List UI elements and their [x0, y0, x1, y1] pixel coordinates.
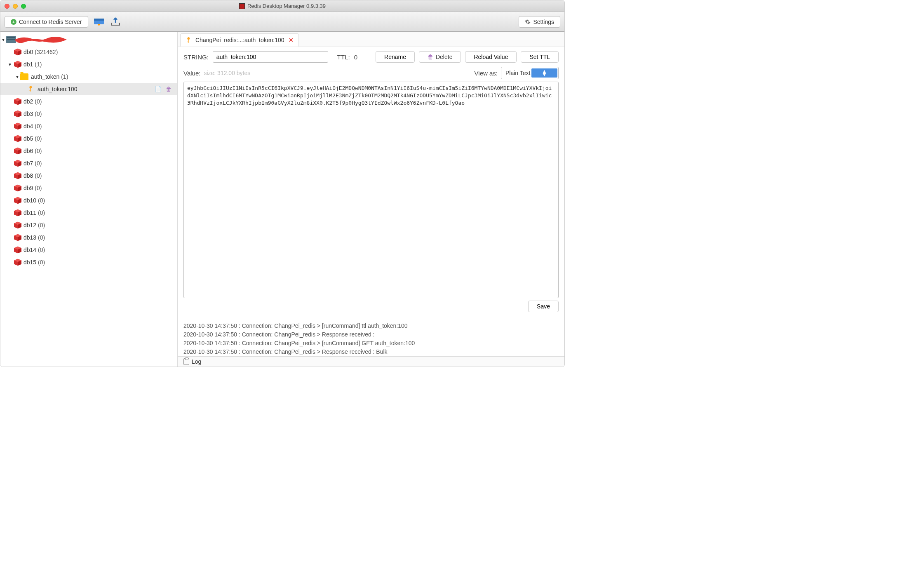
- db-node[interactable]: db12 (0): [0, 219, 177, 231]
- db-node[interactable]: db11 (0): [0, 207, 177, 219]
- db-node[interactable]: ▼ db1 (1): [0, 58, 177, 71]
- folder-count: (1): [61, 73, 68, 80]
- expand-arrow-icon: ▼: [1, 38, 6, 42]
- toolbar: + Connect to Redis Server Settings: [0, 12, 564, 32]
- db-node[interactable]: db10 (0): [0, 194, 177, 207]
- database-icon: [13, 122, 23, 130]
- tab-close-icon[interactable]: ✕: [289, 37, 294, 43]
- db-count: (0): [38, 259, 45, 266]
- database-icon: [13, 110, 23, 118]
- log-tab-label: Log: [192, 358, 201, 365]
- db-name: db2: [23, 98, 33, 105]
- rename-button[interactable]: Rename: [376, 51, 415, 63]
- connect-label: Connect to Redis Server: [19, 19, 82, 25]
- tree: ▼ db0 (321462)▼ db1 (1)▼ auth_token (1) …: [0, 32, 177, 268]
- key-name: auth_token:100: [38, 86, 78, 92]
- delete-key-icon[interactable]: 🗑: [166, 86, 172, 92]
- minimize-window-button[interactable]: [13, 4, 18, 9]
- maximize-window-button[interactable]: [21, 4, 26, 9]
- gear-icon: [525, 19, 531, 25]
- save-row: Save: [183, 298, 559, 315]
- db-node[interactable]: db7 (0): [0, 157, 177, 169]
- db-node[interactable]: db14 (0): [0, 244, 177, 256]
- log-line: 2020-10-30 14:37:50 : Connection: ChangP…: [183, 330, 559, 339]
- app-window: Redis Desktop Manager 0.9.3.39 + Connect…: [0, 0, 565, 367]
- database-icon: [13, 172, 23, 180]
- log-line: 2020-10-30 14:37:50 : Connection: ChangP…: [183, 322, 559, 330]
- sidebar: ▼ db0 (321462)▼ db1 (1)▼ auth_token (1) …: [0, 32, 178, 367]
- db-node[interactable]: db5 (0): [0, 132, 177, 145]
- delete-button[interactable]: 🗑 Delete: [419, 51, 461, 63]
- server-icon: [6, 36, 16, 43]
- database-icon: [13, 196, 23, 205]
- db-node[interactable]: db8 (0): [0, 169, 177, 182]
- titlebar: Redis Desktop Manager 0.9.3.39: [0, 0, 564, 12]
- database-icon: [13, 209, 23, 217]
- db-count: (0): [38, 222, 45, 228]
- db-count: (0): [38, 197, 45, 204]
- db-count: (0): [35, 172, 42, 179]
- log-tab[interactable]: Log: [178, 356, 564, 367]
- view-as-group: View as: Plain Text ▲▼: [475, 67, 559, 79]
- db-count: (0): [38, 247, 45, 253]
- db-count: (0): [35, 148, 42, 154]
- db-name: db4: [23, 123, 33, 129]
- db-name: db10: [23, 197, 36, 204]
- key-node[interactable]: auth_token:100 📄 🗑: [0, 83, 177, 95]
- view-as-select[interactable]: Plain Text ▲▼: [501, 67, 559, 79]
- database-icon: [13, 159, 23, 167]
- row-actions: 📄 🗑: [155, 86, 177, 92]
- db-node[interactable]: db15 (0): [0, 256, 177, 268]
- db-name: db5: [23, 135, 33, 142]
- db-node[interactable]: db9 (0): [0, 182, 177, 194]
- server-node[interactable]: ▼: [0, 33, 177, 46]
- db-node[interactable]: db4 (0): [0, 120, 177, 132]
- key-tab[interactable]: ChangPei_redis:...:auth_token:100 ✕: [180, 33, 299, 47]
- svg-rect-1: [94, 19, 104, 21]
- folder-node[interactable]: ▼ auth_token (1): [0, 71, 177, 83]
- tab-bar: ChangPei_redis:...:auth_token:100 ✕: [178, 32, 564, 47]
- database-icon: [13, 60, 23, 68]
- db-name: db8: [23, 172, 33, 179]
- db-count: (0): [35, 123, 42, 129]
- reload-value-button[interactable]: Reload Value: [465, 51, 517, 63]
- key-icon: [28, 85, 35, 94]
- set-ttl-button[interactable]: Set TTL: [521, 51, 559, 63]
- import-icon[interactable]: [93, 16, 105, 28]
- db-count: (0): [35, 111, 42, 117]
- tab-title: ChangPei_redis:...:auth_token:100: [195, 37, 284, 43]
- save-button[interactable]: Save: [528, 301, 559, 312]
- settings-label: Settings: [533, 19, 554, 25]
- database-icon: [13, 221, 23, 229]
- settings-button[interactable]: Settings: [519, 16, 560, 28]
- clipboard-icon: [183, 358, 189, 365]
- db-node[interactable]: db2 (0): [0, 95, 177, 108]
- expand-arrow-icon: ▼: [15, 75, 20, 79]
- value-textarea[interactable]: eyJhbGciOiJIUzI1NiIsInR5cCI6IkpXVCJ9.eyJ…: [183, 82, 559, 298]
- db-name: db13: [23, 234, 36, 241]
- close-window-button[interactable]: [5, 4, 9, 9]
- copy-icon[interactable]: 📄: [155, 86, 162, 92]
- log-line: 2020-10-30 14:37:50 : Connection: ChangP…: [183, 339, 559, 348]
- db-node[interactable]: db6 (0): [0, 145, 177, 157]
- database-icon: [13, 184, 23, 192]
- db-node[interactable]: db3 (0): [0, 108, 177, 120]
- folder-name: auth_token: [31, 73, 59, 80]
- value-meta-row: Value: size: 312.00 bytes View as: Plain…: [183, 67, 559, 79]
- db-count: (0): [35, 135, 42, 142]
- key-content: STRING: TTL: 0 Rename 🗑 Delete Reload Va…: [178, 47, 564, 319]
- ttl-value: 0: [354, 54, 357, 61]
- connect-button[interactable]: + Connect to Redis Server: [5, 16, 88, 28]
- view-as-label: View as:: [475, 70, 498, 77]
- trash-icon: 🗑: [428, 54, 433, 60]
- database-icon: [13, 134, 23, 143]
- server-name-redacted: [18, 36, 65, 43]
- db-node[interactable]: db0 (321462): [0, 46, 177, 58]
- key-name-input[interactable]: [213, 51, 328, 63]
- traffic-lights: [5, 4, 26, 9]
- db-name: db3: [23, 111, 33, 117]
- export-icon[interactable]: [110, 16, 121, 28]
- value-size: size: 312.00 bytes: [204, 70, 250, 76]
- database-icon: [13, 246, 23, 254]
- db-node[interactable]: db13 (0): [0, 231, 177, 244]
